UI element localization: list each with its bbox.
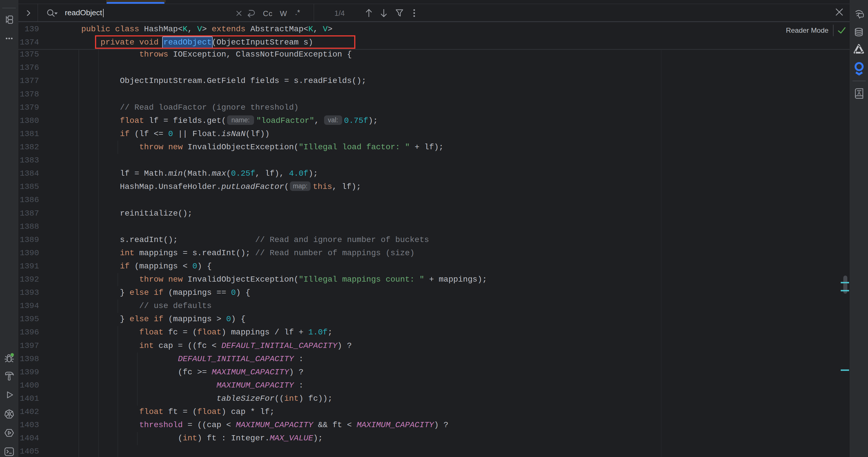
- svg-text:A: A: [857, 91, 861, 96]
